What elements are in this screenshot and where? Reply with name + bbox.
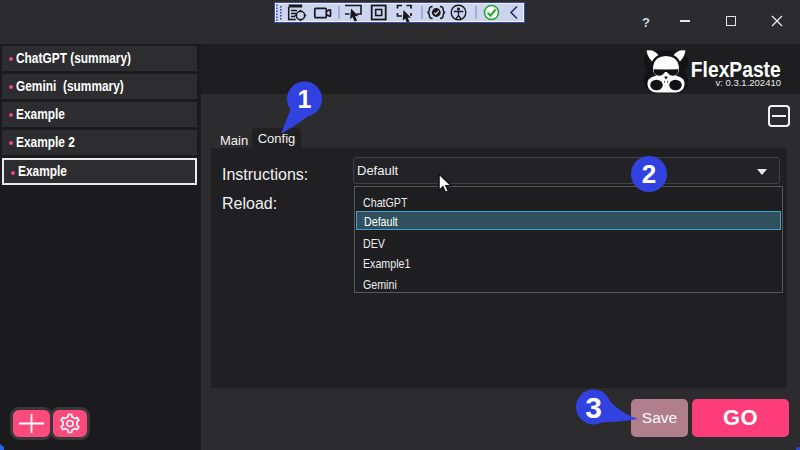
svg-text:2: 2 bbox=[642, 159, 656, 189]
svg-text:1: 1 bbox=[298, 85, 312, 113]
svg-text:3: 3 bbox=[585, 391, 602, 424]
